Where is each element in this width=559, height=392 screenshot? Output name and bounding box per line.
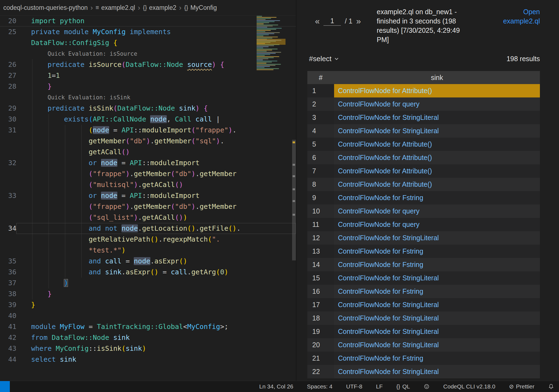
code-line[interactable]: getMember("db").getMember("sql"). (0, 136, 296, 147)
minimap-line (257, 18, 271, 19)
result-row-number: 7 (307, 164, 334, 178)
code-line[interactable]: Quick Evaluation: isSink (0, 92, 296, 103)
code-line[interactable]: 271=1 (0, 70, 296, 81)
code-line[interactable]: 41module MyFlow = TaintTracking::Global<… (0, 321, 296, 332)
breadcrumb-item[interactable]: {}example2 (143, 4, 176, 11)
code-line[interactable]: 40 (0, 310, 296, 321)
result-row-number: 12 (307, 231, 334, 245)
code-line[interactable]: 43where MyConfig::isSink(sink) (0, 343, 296, 354)
code-line[interactable]: ("multisql").getACall() (0, 179, 296, 190)
minimap-line (257, 68, 279, 69)
result-row[interactable]: 5ControlFlowNode for Attribute() (307, 138, 540, 151)
feedback-smiley-icon[interactable] (424, 384, 430, 390)
result-row[interactable]: 22ControlFlowNode for StringLiteral (307, 365, 540, 378)
code-line[interactable]: 29predicate isSink(DataFlow::Node sink) … (0, 103, 296, 114)
open-file-link[interactable]: Open example2.ql (489, 7, 540, 26)
code-line[interactable]: ("frappe").getMember("db").getMember (0, 168, 296, 179)
result-row[interactable]: 2ControlFlowNode for query (307, 97, 540, 111)
result-row[interactable]: 4ControlFlowNode for StringLiteral (307, 124, 540, 138)
minimap-line (257, 46, 269, 47)
code-line[interactable]: 35and call = node.asExpr() (0, 256, 296, 267)
indentation-setting[interactable]: Spaces: 4 (307, 383, 332, 390)
result-row[interactable]: 3ControlFlowNode for StringLiteral (307, 111, 540, 124)
code-editor[interactable]: 20import python25private module MyConfig… (0, 16, 296, 381)
code-line[interactable]: ("frappe").getMember("db").getMember (0, 201, 296, 212)
codeql-cli-version[interactable]: CodeQL CLI v2.18.0 (443, 383, 495, 390)
result-row[interactable]: 10ControlFlowNode for query (307, 204, 540, 218)
select-dropdown[interactable]: #select (309, 55, 339, 63)
minimap-line (257, 25, 278, 25)
code-line-text: DataFlow::ConfigSig { (16, 37, 296, 48)
result-row-number: 19 (307, 325, 334, 338)
code-line[interactable]: 32or node = API::moduleImport (0, 158, 296, 168)
result-row[interactable]: 13ControlFlowNode for Fstring (307, 245, 540, 258)
code-line[interactable]: 33or node = API::moduleImport (0, 190, 296, 201)
code-line[interactable]: Quick Evaluation: isSource (0, 48, 296, 59)
code-line-text: ("frappe").getMember("db").getMember (16, 168, 296, 179)
next-page-button[interactable]: » (356, 17, 361, 25)
code-line[interactable]: 38} (0, 289, 296, 299)
page-input[interactable] (323, 16, 341, 26)
cursor-position[interactable]: Ln 34, Col 26 (259, 383, 293, 390)
code-line[interactable]: 36and sink.asExpr() = call.getArg(0) (0, 267, 296, 278)
result-row-value: ControlFlowNode for StringLiteral (334, 365, 540, 378)
line-number: 33 (0, 190, 16, 201)
prettier-status[interactable]: ⊘ Prettier (509, 383, 534, 390)
code-line[interactable]: 37) (0, 278, 296, 289)
result-row[interactable]: 21ControlFlowNode for Fstring (307, 352, 540, 365)
code-line[interactable]: 20import python (0, 16, 296, 26)
codelens-link[interactable]: Quick Evaluation: isSource (16, 48, 296, 59)
result-row[interactable]: 20ControlFlowNode for StringLiteral (307, 338, 540, 352)
result-row[interactable]: 1ControlFlowNode for Attribute() (307, 84, 540, 97)
breadcrumb-item[interactable]: {}MyConfig (184, 4, 217, 11)
code-line[interactable]: 25private module MyConfig implements (0, 26, 296, 37)
code-line[interactable]: 44select sink (0, 354, 296, 365)
breadcrumb-item[interactable]: ≡example2.ql (96, 4, 135, 11)
minimap-line (257, 19, 266, 20)
result-row[interactable]: 18ControlFlowNode for StringLiteral (307, 311, 540, 325)
line-number: 25 (0, 26, 16, 37)
code-line[interactable]: 39} (0, 299, 296, 310)
codelens-link[interactable]: Quick Evaluation: isSink (16, 92, 296, 103)
code-line[interactable]: 30exists(API::CallNode node, Call call | (0, 114, 296, 125)
query-results-panel: « / 1 » example2.ql on db_new1 - finishe… (296, 0, 559, 381)
minimap-line (257, 62, 272, 63)
minimap-line (257, 23, 264, 24)
result-row[interactable]: 6ControlFlowNode for Attribute() (307, 151, 540, 164)
result-row[interactable]: 7ControlFlowNode for Attribute() (307, 164, 540, 178)
code-line[interactable]: 26predicate isSource(DataFlow::Node sour… (0, 59, 296, 70)
eol-setting[interactable]: LF (376, 383, 383, 390)
code-line[interactable]: 42from DataFlow::Node sink (0, 332, 296, 343)
code-line-text: and sink.asExpr() = call.getArg(0) (16, 267, 296, 278)
breadcrumb-item[interactable]: codeql-custom-queries-python (3, 4, 88, 11)
result-row[interactable]: 8ControlFlowNode for Attribute() (307, 178, 540, 191)
code-line[interactable]: ("sql_list").getACall()) (0, 212, 296, 223)
minimap[interactable] (257, 16, 286, 74)
result-row[interactable]: 16ControlFlowNode for Fstring (307, 285, 540, 298)
result-row[interactable]: 11ControlFlowNode for query (307, 218, 540, 231)
column-header-sink: sink (334, 71, 540, 84)
code-line[interactable]: getACall() (0, 147, 296, 158)
encoding-setting[interactable]: UTF-8 (346, 383, 362, 390)
remote-indicator[interactable] (0, 381, 10, 392)
prev-page-button[interactable]: « (315, 17, 320, 25)
code-line[interactable]: getRelativePath().regexpMatch(". (0, 234, 296, 245)
result-row[interactable]: 14ControlFlowNode for Fstring (307, 258, 540, 271)
result-row[interactable]: 15ControlFlowNode for StringLiteral (307, 271, 540, 285)
result-row[interactable]: 12ControlFlowNode for StringLiteral (307, 231, 540, 245)
code-line[interactable]: 34and not node.getLocation().getFile(). (0, 223, 296, 234)
code-line-text: and call = node.asExpr() (16, 256, 296, 267)
notifications-bell-icon[interactable] (548, 384, 554, 390)
code-line[interactable]: 28} (0, 81, 296, 92)
minimap-line (257, 47, 263, 48)
breadcrumb-separator: › (90, 4, 93, 12)
language-mode[interactable]: {} QL (396, 383, 410, 390)
code-line[interactable]: 31(node = API::moduleImport("frappe"). (0, 125, 296, 136)
result-row[interactable]: 17ControlFlowNode for StringLiteral (307, 298, 540, 311)
line-number: 20 (0, 16, 16, 26)
result-row[interactable]: 19ControlFlowNode for StringLiteral (307, 325, 540, 338)
code-line[interactable]: DataFlow::ConfigSig { (0, 37, 296, 48)
code-line[interactable]: *test.*") (0, 245, 296, 256)
result-row[interactable]: 9ControlFlowNode for Fstring (307, 191, 540, 204)
result-row-number: 1 (307, 84, 334, 97)
